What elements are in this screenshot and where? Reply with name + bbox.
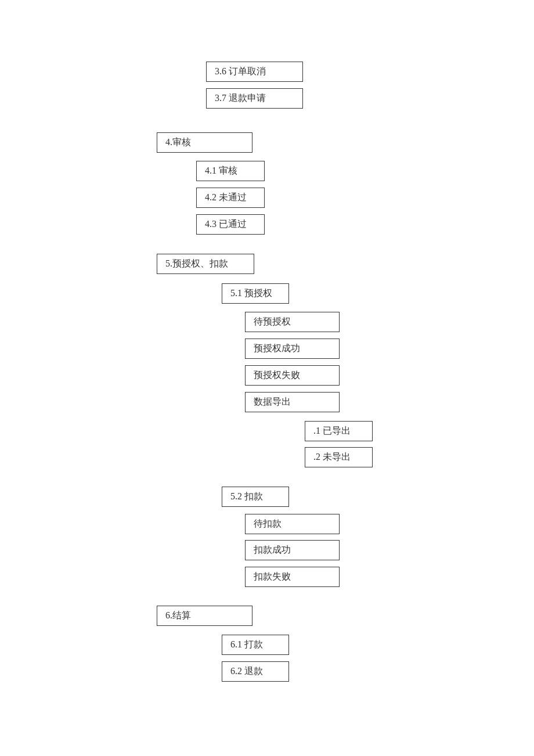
node-label: 5.预授权、扣款 [157, 258, 228, 270]
node-5-2-deduct: 5.2 扣款 [222, 487, 289, 507]
node-label: 4.3 已通过 [197, 218, 247, 231]
node-5-1-pending-preauth: 待预授权 [245, 312, 340, 332]
node-6-settlement: 6.结算 [157, 606, 252, 626]
node-label: .2 未导出 [305, 451, 351, 463]
node-label: 6.结算 [157, 610, 191, 622]
node-label: 6.2 退款 [222, 665, 263, 678]
node-label: 4.1 审核 [197, 165, 237, 177]
node-label: 4.审核 [157, 136, 191, 149]
node-4-1-review: 4.1 审核 [196, 161, 265, 181]
node-4-review: 4.审核 [157, 132, 252, 153]
node-6-2-refund: 6.2 退款 [222, 661, 289, 682]
node-5-1-preauth: 5.1 预授权 [222, 283, 289, 304]
node-5-1-not-exported: .2 未导出 [305, 447, 373, 467]
node-5-1-exported: .1 已导出 [305, 421, 373, 441]
node-label: 扣款失败 [246, 571, 291, 583]
node-5-1-data-export: 数据导出 [245, 392, 340, 412]
node-label: 5.2 扣款 [222, 491, 263, 503]
node-5-preauth-deduct: 5.预授权、扣款 [157, 254, 254, 274]
node-3-6-order-cancel: 3.6 订单取消 [206, 62, 303, 82]
node-label: 待扣款 [246, 518, 282, 530]
node-5-2-pending-deduct: 待扣款 [245, 514, 340, 534]
node-4-2-not-passed: 4.2 未通过 [196, 188, 265, 208]
node-label: 4.2 未通过 [197, 192, 247, 204]
node-label: 扣款成功 [246, 544, 291, 556]
node-label: 6.1 打款 [222, 639, 263, 651]
node-3-7-refund-request: 3.7 退款申请 [206, 88, 303, 109]
node-label: .1 已导出 [305, 425, 351, 437]
node-6-1-payout: 6.1 打款 [222, 635, 289, 655]
node-5-1-preauth-fail: 预授权失败 [245, 365, 340, 386]
node-label: 数据导出 [246, 396, 291, 408]
node-4-3-passed: 4.3 已通过 [196, 214, 265, 235]
node-5-2-deduct-fail: 扣款失败 [245, 567, 340, 587]
node-label: 待预授权 [246, 316, 291, 328]
node-label: 预授权失败 [246, 369, 300, 381]
node-5-1-preauth-success: 预授权成功 [245, 339, 340, 359]
node-label: 3.6 订单取消 [207, 66, 266, 78]
node-label: 预授权成功 [246, 343, 300, 355]
node-label: 3.7 退款申请 [207, 92, 266, 105]
node-label: 5.1 预授权 [222, 287, 272, 300]
node-5-2-deduct-success: 扣款成功 [245, 540, 340, 560]
